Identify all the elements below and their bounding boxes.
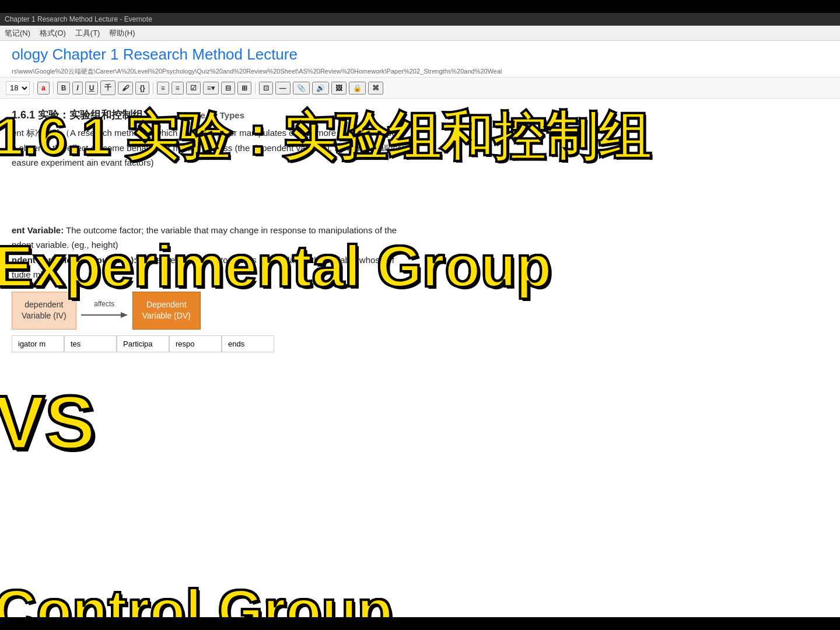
toolbar-separator-2 — [53, 82, 54, 94]
note-title-container: ology Chapter 1 Research Method Lecture — [0, 41, 840, 66]
font-color-button[interactable]: a — [37, 82, 50, 94]
dependent-var: ent Variable: The outcome factor; the va… — [12, 223, 828, 238]
breadcrumb: rs\www\Google%20云端硬盘\Career\A%20Level%20… — [0, 66, 840, 78]
menu-tools[interactable]: 工具(T) — [75, 28, 100, 38]
title-bar-text: Chapter 1 Research Method Lecture - Ever… — [5, 15, 152, 23]
attachment-button[interactable]: 📎 — [293, 82, 310, 94]
indent-increase-button[interactable]: ⊞ — [237, 82, 251, 94]
title-bar: Chapter 1 Research Method Lecture - Ever… — [0, 13, 840, 26]
menu-format[interactable]: 格式(O) — [40, 28, 66, 38]
toolbar: 18 a B I U 千 🖌 {} ≡ ≡ ☑ ≡▾ ⊟ ⊞ ⊡ — 📎 🔊 🖼… — [0, 78, 840, 99]
dv-label: DependentVariable (DV) — [142, 300, 191, 321]
col-ends: ends — [222, 335, 274, 352]
control-group-overlay: Control Group — [0, 577, 393, 624]
align-button[interactable]: ≡▾ — [203, 82, 219, 94]
black-bar-top — [0, 0, 840, 13]
font-size-select[interactable]: 18 — [6, 81, 30, 95]
independent-var: ndent Variable (Manipulation): The exper… — [12, 253, 828, 268]
independent-var-2: tudie milk ) — [12, 267, 828, 282]
svg-marker-1 — [121, 312, 128, 318]
checklist-button[interactable]: ☑ — [186, 82, 201, 94]
experiment-def-line1: ent 标准实验（A research method in which an i… — [12, 125, 828, 141]
bottom-table-row: igator m tes Participa respo ends — [12, 335, 828, 352]
table-button[interactable]: ⊡ — [259, 82, 273, 94]
col-tes: tes — [64, 335, 117, 352]
overlay-spacer-1 — [12, 170, 828, 223]
iv-box: dependentVariable (IV) — [12, 292, 76, 330]
divider-button[interactable]: — — [275, 82, 290, 94]
diagram-arrow: affects — [76, 300, 132, 321]
menu-help[interactable]: 帮助(H) — [109, 28, 135, 38]
col-participants: Participa — [117, 335, 169, 352]
independent-var-label: ndent Variable (Manipulation): — [12, 255, 136, 265]
underline-button[interactable]: U — [85, 82, 99, 94]
diagram-container: dependentVariable (IV) affects Dependent… — [12, 292, 828, 330]
list-bullet-button[interactable]: ≡ — [157, 82, 169, 94]
col-investigator: igator m — [12, 335, 64, 352]
bold-button[interactable]: B — [57, 82, 71, 94]
menu-note[interactable]: 笔记(N) — [5, 28, 30, 38]
vs-overlay: VS — [0, 379, 95, 466]
toolbar-separator-4 — [255, 82, 256, 94]
figure-label: igure. 6. Types — [184, 110, 244, 120]
strikethrough-button[interactable]: 千 — [100, 80, 116, 95]
content-area: 1.6.1 实验：实验组和控制组 igure. 6. Types ent 标准实… — [0, 99, 840, 624]
experiment-def-line2: o observe the effect on some behavior or… — [12, 141, 828, 156]
col-respo: respo — [169, 335, 222, 352]
arrow-label: affects — [94, 300, 114, 308]
shortcut-button[interactable]: ⌘ — [368, 82, 383, 94]
code-button[interactable]: {} — [135, 82, 149, 94]
arrow-svg — [81, 309, 128, 321]
note-content: 1.6.1 实验：实验组和控制组 igure. 6. Types ent 标准实… — [12, 108, 828, 352]
iv-label: dependentVariable (IV) — [22, 300, 66, 321]
dependent-var-label: ent Variable: — [12, 225, 64, 235]
dependent-var-2: ndent variable. (eg., height) — [12, 237, 828, 253]
experiment-def-line3: easure experiment ain evant factors) — [12, 155, 828, 170]
black-bar-bottom — [0, 617, 840, 630]
highlight-button[interactable]: 🖌 — [118, 82, 133, 94]
dv-box: DependentVariable (DV) — [132, 292, 201, 330]
toolbar-separator-3 — [153, 82, 153, 94]
image-button[interactable]: 🖼 — [331, 82, 346, 94]
toolbar-separator-1 — [33, 82, 34, 94]
menu-bar: 笔记(N) 格式(O) 工具(T) 帮助(H) — [0, 26, 840, 41]
indent-decrease-button[interactable]: ⊟ — [221, 82, 235, 94]
section-heading: 1.6.1 实验：实验组和控制组 igure. 6. Types — [12, 108, 828, 122]
encrypt-button[interactable]: 🔒 — [349, 82, 366, 94]
audio-button[interactable]: 🔊 — [312, 82, 329, 94]
note-title: ology Chapter 1 Research Method Lecture — [12, 46, 828, 64]
italic-button[interactable]: I — [72, 82, 82, 94]
list-number-button[interactable]: ≡ — [172, 82, 184, 94]
